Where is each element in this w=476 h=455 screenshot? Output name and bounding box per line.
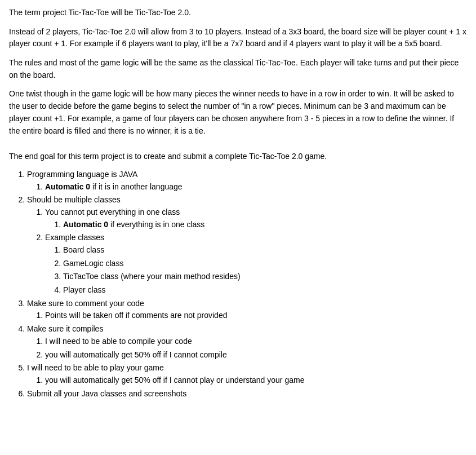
- list-item-2: Should be multiple classes You cannot pu…: [27, 194, 467, 297]
- list-item-2-sub2-label: Example classes: [45, 233, 104, 242]
- paragraph-4: One twist though in the game logic will …: [9, 88, 467, 137]
- list-item-1-sub1-rest: if it is in another language: [90, 182, 182, 191]
- example-class-gamelogic: GameLogic class: [63, 258, 467, 270]
- list-item-2-sub1-label: You cannot put everything in one class: [45, 207, 180, 217]
- list-item-2-sublist: You cannot put everything in one class A…: [45, 206, 467, 297]
- example-class-board-label: Board class: [63, 245, 104, 254]
- divider-space: [9, 144, 467, 151]
- list-item-2-label: Should be multiple classes: [27, 195, 121, 204]
- list-item-3-sub1-label: Points will be taken off if comments are…: [45, 311, 227, 320]
- list-item-5: I will need to be able to play your game…: [27, 362, 467, 386]
- list-item-6-label: Submit all your Java classes and screens…: [27, 389, 186, 398]
- paragraph-5: The end goal for this term project is to…: [9, 151, 467, 163]
- paragraph-3: The rules and most of the game logic wil…: [9, 57, 467, 81]
- list-item-3-sublist: Points will be taken off if comments are…: [45, 310, 467, 322]
- list-item-4-sub2: you will automatically get 50% off if I …: [45, 349, 467, 361]
- list-item-6: Submit all your Java classes and screens…: [27, 388, 467, 400]
- list-item-2-sub1: You cannot put everything in one class A…: [45, 206, 467, 231]
- list-item-2-sub1-1-bold: Automatic 0: [63, 220, 108, 229]
- list-item-5-sublist: you will automatically get 50% off if I …: [45, 374, 467, 387]
- list-item-4: Make sure it compiles I will need to be …: [27, 323, 467, 361]
- example-class-board: Board class: [63, 244, 467, 257]
- list-item-3: Make sure to comment your code Points wi…: [27, 298, 467, 322]
- list-item-3-sub1: Points will be taken off if comments are…: [45, 310, 467, 322]
- list-item-1-label: Programming language is JAVA: [27, 170, 137, 179]
- list-item-4-label: Make sure it compiles: [27, 324, 103, 333]
- list-item-4-sub1: I will need to be able to compile your c…: [45, 335, 467, 348]
- paragraph-1: The term project Tic-Tac-Toe will be Tic…: [9, 7, 467, 19]
- list-item-1-sublist: Automatic 0 if it is in another language: [45, 181, 467, 193]
- example-class-tictactoe-label: TicTacToe class (where your main method …: [63, 272, 241, 281]
- list-item-5-label: I will need to be able to play your game: [27, 363, 164, 372]
- example-class-tictactoe: TicTacToe class (where your main method …: [63, 271, 467, 283]
- example-class-player: Player class: [63, 284, 467, 297]
- list-item-2-sub1-1-rest: if everything is in one class: [108, 220, 204, 229]
- list-item-2-sub1-1: Automatic 0 if everything is in one clas…: [63, 219, 467, 231]
- list-item-1-sub1: Automatic 0 if it is in another language: [45, 181, 467, 193]
- main-list: Programming language is JAVA Automatic 0…: [27, 169, 467, 400]
- example-classes-list: Board class GameLogic class TicTacToe cl…: [63, 244, 467, 297]
- list-item-5-sub1-label: you will automatically get 50% off if I …: [45, 376, 304, 385]
- list-item-4-sublist: I will need to be able to compile your c…: [45, 335, 467, 361]
- list-item-2-sub2: Example classes Board class GameLogic cl…: [45, 232, 467, 296]
- list-item-3-label: Make sure to comment your code: [27, 299, 144, 308]
- list-item-1: Programming language is JAVA Automatic 0…: [27, 169, 467, 193]
- list-item-2-sub1-sublist: Automatic 0 if everything is in one clas…: [63, 219, 467, 231]
- example-class-player-label: Player class: [63, 285, 105, 294]
- list-item-4-sub1-label: I will need to be able to compile your c…: [45, 337, 192, 346]
- list-item-1-sub1-bold: Automatic 0: [45, 182, 90, 191]
- list-item-5-sub1: you will automatically get 50% off if I …: [45, 374, 467, 387]
- content-wrapper: The term project Tic-Tac-Toe will be Tic…: [9, 7, 467, 400]
- example-class-gamelogic-label: GameLogic class: [63, 259, 123, 268]
- list-item-4-sub2-label: you will automatically get 50% off if I …: [45, 350, 227, 359]
- paragraph-2: Instead of 2 players, Tic-Tac-Toe 2.0 wi…: [9, 26, 467, 50]
